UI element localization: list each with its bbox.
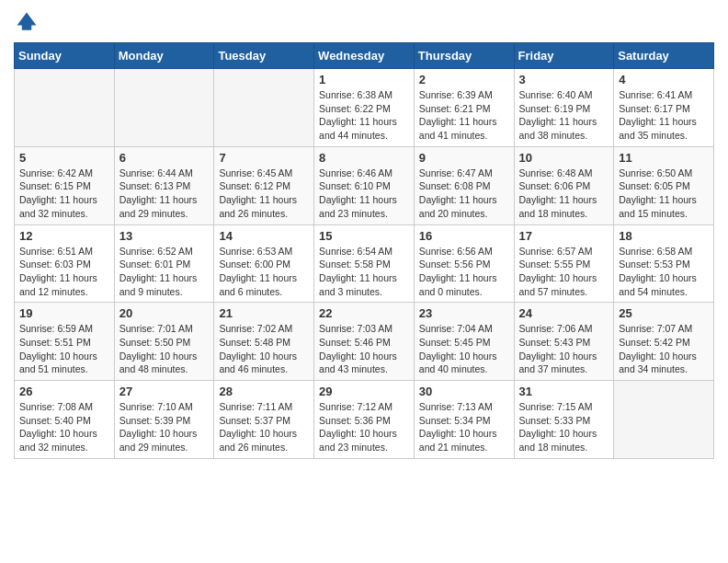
day-number: 19 <box>19 306 109 320</box>
calendar-cell: 27Sunrise: 7:10 AMSunset: 5:39 PMDayligh… <box>114 381 214 459</box>
calendar-cell: 18Sunrise: 6:58 AMSunset: 5:53 PMDayligh… <box>614 224 714 303</box>
calendar-cell: 2Sunrise: 6:39 AMSunset: 6:21 PMDaylight… <box>414 69 514 147</box>
day-number: 8 <box>319 151 409 165</box>
day-info: Sunrise: 7:07 AMSunset: 5:42 PMDaylight:… <box>619 322 709 376</box>
day-info: Sunrise: 6:51 AMSunset: 6:03 PMDaylight:… <box>19 245 109 299</box>
calendar-cell <box>214 69 314 147</box>
day-info: Sunrise: 7:03 AMSunset: 5:46 PMDaylight:… <box>319 322 409 376</box>
day-number: 12 <box>19 229 109 243</box>
day-info: Sunrise: 7:04 AMSunset: 5:45 PMDaylight:… <box>419 322 509 376</box>
day-number: 1 <box>319 73 409 86</box>
day-number: 30 <box>419 385 509 398</box>
day-info: Sunrise: 6:52 AMSunset: 6:01 PMDaylight:… <box>119 245 210 299</box>
day-info: Sunrise: 6:40 AMSunset: 6:19 PMDaylight:… <box>519 88 609 143</box>
day-number: 6 <box>119 151 210 165</box>
calendar-cell: 16Sunrise: 6:56 AMSunset: 5:56 PMDayligh… <box>414 224 514 303</box>
calendar-cell <box>114 69 214 147</box>
day-number: 21 <box>219 306 309 320</box>
day-info: Sunrise: 7:06 AMSunset: 5:43 PMDaylight:… <box>519 322 609 376</box>
calendar-header-tuesday: Tuesday <box>214 43 314 69</box>
calendar-cell: 22Sunrise: 7:03 AMSunset: 5:46 PMDayligh… <box>314 303 415 381</box>
calendar-header-friday: Friday <box>514 43 614 69</box>
day-number: 11 <box>619 151 709 165</box>
calendar-cell: 26Sunrise: 7:08 AMSunset: 5:40 PMDayligh… <box>15 381 115 459</box>
day-number: 27 <box>119 385 210 398</box>
day-number: 28 <box>219 385 309 398</box>
calendar-cell: 5Sunrise: 6:42 AMSunset: 6:15 PMDaylight… <box>15 146 115 224</box>
calendar-cell: 14Sunrise: 6:53 AMSunset: 6:00 PMDayligh… <box>214 224 314 303</box>
day-number: 20 <box>119 306 210 320</box>
calendar-week-4: 19Sunrise: 6:59 AMSunset: 5:51 PMDayligh… <box>15 303 714 381</box>
day-info: Sunrise: 6:54 AMSunset: 5:58 PMDaylight:… <box>319 245 409 299</box>
day-info: Sunrise: 6:48 AMSunset: 6:06 PMDaylight:… <box>519 167 609 221</box>
calendar-cell: 31Sunrise: 7:15 AMSunset: 5:33 PMDayligh… <box>514 381 614 459</box>
calendar-cell: 4Sunrise: 6:41 AMSunset: 6:17 PMDaylight… <box>614 69 714 147</box>
calendar-cell: 19Sunrise: 6:59 AMSunset: 5:51 PMDayligh… <box>15 303 115 381</box>
calendar-cell: 12Sunrise: 6:51 AMSunset: 6:03 PMDayligh… <box>15 224 115 303</box>
calendar-header-sunday: Sunday <box>15 43 115 69</box>
calendar-cell: 15Sunrise: 6:54 AMSunset: 5:58 PMDayligh… <box>314 224 415 303</box>
calendar-week-3: 12Sunrise: 6:51 AMSunset: 6:03 PMDayligh… <box>15 224 714 303</box>
day-number: 3 <box>519 73 609 86</box>
day-info: Sunrise: 6:57 AMSunset: 5:55 PMDaylight:… <box>519 245 609 299</box>
calendar-week-2: 5Sunrise: 6:42 AMSunset: 6:15 PMDaylight… <box>15 146 714 224</box>
day-info: Sunrise: 6:56 AMSunset: 5:56 PMDaylight:… <box>419 245 509 299</box>
day-info: Sunrise: 6:46 AMSunset: 6:10 PMDaylight:… <box>319 167 409 221</box>
calendar-cell: 7Sunrise: 6:45 AMSunset: 6:12 PMDaylight… <box>214 146 314 224</box>
day-number: 18 <box>619 229 709 243</box>
day-info: Sunrise: 6:58 AMSunset: 5:53 PMDaylight:… <box>619 245 709 299</box>
day-info: Sunrise: 7:15 AMSunset: 5:33 PMDaylight:… <box>519 400 609 454</box>
day-number: 9 <box>419 151 509 165</box>
logo-icon <box>14 9 40 35</box>
day-number: 23 <box>419 306 509 320</box>
day-info: Sunrise: 6:44 AMSunset: 6:13 PMDaylight:… <box>119 167 210 221</box>
day-number: 31 <box>519 385 609 398</box>
calendar-cell: 25Sunrise: 7:07 AMSunset: 5:42 PMDayligh… <box>614 303 714 381</box>
calendar-cell: 13Sunrise: 6:52 AMSunset: 6:01 PMDayligh… <box>114 224 214 303</box>
header <box>14 9 714 35</box>
calendar-cell: 29Sunrise: 7:12 AMSunset: 5:36 PMDayligh… <box>314 381 415 459</box>
calendar-cell: 17Sunrise: 6:57 AMSunset: 5:55 PMDayligh… <box>514 224 614 303</box>
day-number: 25 <box>619 306 709 320</box>
day-info: Sunrise: 7:10 AMSunset: 5:39 PMDaylight:… <box>119 400 210 454</box>
day-info: Sunrise: 7:11 AMSunset: 5:37 PMDaylight:… <box>219 400 309 454</box>
calendar-cell: 23Sunrise: 7:04 AMSunset: 5:45 PMDayligh… <box>414 303 514 381</box>
day-info: Sunrise: 6:53 AMSunset: 6:00 PMDaylight:… <box>219 245 309 299</box>
day-number: 5 <box>19 151 109 165</box>
day-info: Sunrise: 6:45 AMSunset: 6:12 PMDaylight:… <box>219 167 309 221</box>
calendar-cell: 24Sunrise: 7:06 AMSunset: 5:43 PMDayligh… <box>514 303 614 381</box>
day-info: Sunrise: 6:42 AMSunset: 6:15 PMDaylight:… <box>19 167 109 221</box>
svg-rect-2 <box>22 24 32 30</box>
day-number: 13 <box>119 229 210 243</box>
calendar-cell: 11Sunrise: 6:50 AMSunset: 6:05 PMDayligh… <box>614 146 714 224</box>
day-number: 24 <box>519 306 609 320</box>
calendar-cell: 1Sunrise: 6:38 AMSunset: 6:22 PMDaylight… <box>314 69 415 147</box>
day-number: 10 <box>519 151 609 165</box>
logo <box>14 9 43 35</box>
calendar-header-monday: Monday <box>114 43 214 69</box>
calendar-cell: 3Sunrise: 6:40 AMSunset: 6:19 PMDaylight… <box>514 69 614 147</box>
day-info: Sunrise: 7:13 AMSunset: 5:34 PMDaylight:… <box>419 400 509 454</box>
page-container: SundayMondayTuesdayWednesdayThursdayFrid… <box>0 0 728 468</box>
day-number: 17 <box>519 229 609 243</box>
calendar-cell: 30Sunrise: 7:13 AMSunset: 5:34 PMDayligh… <box>414 381 514 459</box>
day-info: Sunrise: 7:01 AMSunset: 5:50 PMDaylight:… <box>119 322 210 376</box>
day-number: 22 <box>319 306 409 320</box>
calendar-cell: 20Sunrise: 7:01 AMSunset: 5:50 PMDayligh… <box>114 303 214 381</box>
day-number: 14 <box>219 229 309 243</box>
day-number: 15 <box>319 229 409 243</box>
day-number: 7 <box>219 151 309 165</box>
day-info: Sunrise: 6:38 AMSunset: 6:22 PMDaylight:… <box>319 88 409 143</box>
calendar-header-row: SundayMondayTuesdayWednesdayThursdayFrid… <box>15 43 714 69</box>
calendar-cell: 8Sunrise: 6:46 AMSunset: 6:10 PMDaylight… <box>314 146 415 224</box>
calendar-header-saturday: Saturday <box>614 43 714 69</box>
day-number: 16 <box>419 229 509 243</box>
calendar-header-wednesday: Wednesday <box>314 43 415 69</box>
calendar-cell: 9Sunrise: 6:47 AMSunset: 6:08 PMDaylight… <box>414 146 514 224</box>
calendar-table: SundayMondayTuesdayWednesdayThursdayFrid… <box>14 42 714 459</box>
calendar-cell <box>15 69 115 147</box>
day-info: Sunrise: 7:12 AMSunset: 5:36 PMDaylight:… <box>319 400 409 454</box>
calendar-cell: 10Sunrise: 6:48 AMSunset: 6:06 PMDayligh… <box>514 146 614 224</box>
day-number: 29 <box>319 385 409 398</box>
calendar-cell: 6Sunrise: 6:44 AMSunset: 6:13 PMDaylight… <box>114 146 214 224</box>
